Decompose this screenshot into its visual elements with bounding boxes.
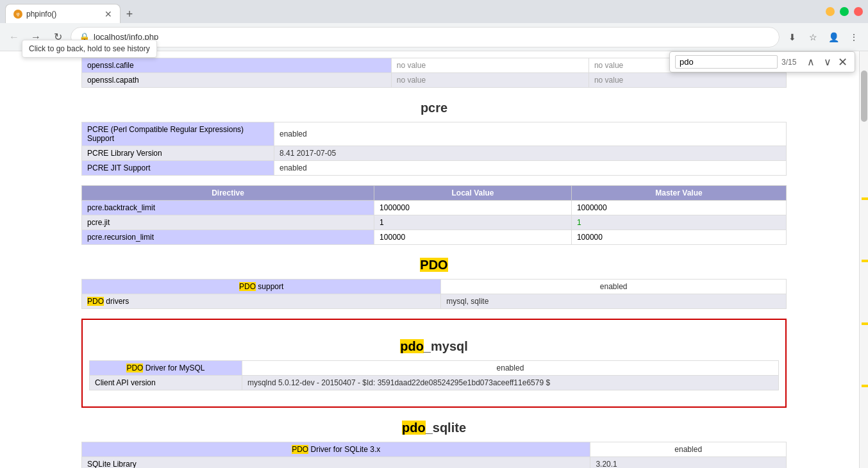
pcre-directive-table: Directive Local Value Master Value pcre.… — [81, 185, 787, 245]
cell-local: no value — [391, 73, 588, 88]
scroll-marker-4 — [862, 385, 868, 387]
close-window-button[interactable] — [854, 7, 863, 16]
col-local: Local Value — [374, 186, 572, 201]
download-button[interactable]: ⬇ — [783, 28, 801, 46]
pdo-info-table: PDO support enabled PDO drivers mysql, s… — [81, 279, 787, 309]
cell-label: PCRE (Perl Compatible Regular Expression… — [82, 122, 274, 146]
scroll-marker-2 — [862, 260, 868, 262]
table-row: SQLite Library 3.20.1 — [82, 457, 787, 469]
table-row: PDO support enabled — [82, 280, 787, 294]
scroll-marker-1 — [862, 197, 868, 200]
table-row: openssl.capath no value no value — [82, 73, 787, 88]
pdo-mysql-table: PDO Driver for MySQL enabled Client API … — [89, 360, 779, 390]
find-count: 3/15 — [781, 58, 801, 67]
pdo-title: PDO — [81, 258, 787, 272]
cell-value: 3.20.1 — [590, 457, 787, 469]
scrollbar-thumb[interactable] — [861, 71, 867, 122]
cell-master: 100000 — [571, 230, 786, 245]
cell-name: pcre.recursion_limit — [82, 230, 374, 245]
cell-master: no value — [588, 73, 786, 88]
cell-label: PDO Driver for SQLite 3.x — [82, 442, 590, 457]
table-row: PCRE JIT Support enabled — [82, 161, 787, 176]
table-header-row: Directive Local Value Master Value — [82, 186, 787, 201]
cell-master: 1000000 — [571, 201, 786, 215]
pdo-mysql-highlight: pdo — [400, 339, 424, 353]
cell-value: enabled — [590, 442, 787, 457]
cell-label: PDO drivers — [82, 294, 441, 309]
cell-value: enabled — [441, 280, 787, 294]
cell-label: openssl.capath — [82, 73, 392, 88]
pdo-mysql-section: pdo_mysql PDO Driver for MySQL enabled C… — [81, 319, 787, 408]
back-button[interactable]: ← — [5, 28, 23, 46]
tab-favicon: φ — [13, 10, 22, 19]
table-row: pcre.jit 1 1 — [82, 215, 787, 230]
pdo-sqlite-highlight: pdo — [402, 421, 426, 435]
cell-label: openssl.cafile — [82, 58, 392, 73]
new-tab-button[interactable]: + — [121, 5, 138, 23]
cell-local: 1000000 — [374, 201, 572, 215]
minimize-button[interactable] — [826, 7, 835, 16]
cell-label: Client API version — [90, 376, 242, 390]
page-content[interactable]: openssl.cafile no value no value openssl… — [0, 51, 868, 468]
toolbar-right: ⬇ ☆ 👤 ⋮ — [783, 28, 863, 46]
tab-close-button[interactable]: ✕ — [104, 10, 112, 19]
restore-button[interactable] — [840, 7, 849, 16]
cell-value: enabled — [274, 122, 787, 146]
cell-label: PCRE Library Version — [82, 146, 274, 161]
cell-local: no value — [391, 58, 588, 73]
table-row: pcre.backtrack_limit 1000000 1000000 — [82, 201, 787, 215]
col-directive: Directive — [82, 186, 374, 201]
address-bar[interactable]: 🔒 localhost/info.php — [71, 27, 780, 47]
find-close-button[interactable]: ✕ — [838, 55, 847, 69]
cell-value: enabled — [242, 361, 778, 376]
col-master: Master Value — [571, 186, 786, 201]
cell-label: SQLite Library — [82, 457, 590, 469]
table-row: PCRE (Perl Compatible Regular Expression… — [82, 122, 787, 146]
cell-value: mysqlnd 5.0.12-dev - 20150407 - $Id: 359… — [242, 376, 778, 390]
table-row: PDO Driver for MySQL enabled — [90, 361, 779, 376]
cell-value: mysql, sqlite — [441, 294, 787, 309]
find-next-button[interactable]: ∨ — [821, 54, 834, 69]
find-bar: 3/15 ∧ ∨ ✕ — [669, 51, 855, 72]
pdo-mysql-title: pdo_mysql — [89, 339, 779, 354]
pdo-label-highlight: PDO — [239, 282, 256, 291]
cell-value: enabled — [274, 161, 787, 176]
active-tab[interactable]: φ phpinfo() ✕ — [5, 4, 121, 23]
bookmark-button[interactable]: ☆ — [804, 28, 822, 46]
pdo-sqlite-table: PDO Driver for SQLite 3.x enabled SQLite… — [81, 442, 787, 468]
pdo-label-highlight2: PDO — [87, 297, 104, 306]
cell-label: PDO support — [82, 280, 441, 294]
menu-button[interactable]: ⋮ — [845, 28, 863, 46]
scroll-marker-3 — [862, 322, 868, 325]
pcre-title: pcre — [81, 101, 787, 115]
pdo-mysql-label-highlight: PDO — [126, 364, 143, 372]
cell-label: PDO Driver for MySQL — [90, 361, 242, 376]
cell-local: 100000 — [374, 230, 572, 245]
tab-title: phpinfo() — [26, 10, 56, 19]
cell-name: pcre.backtrack_limit — [82, 201, 374, 215]
cell-master: 1 — [571, 215, 786, 230]
page-inner: openssl.cafile no value no value openssl… — [69, 51, 799, 468]
find-prev-button[interactable]: ∧ — [805, 54, 817, 69]
cell-local: 1 — [374, 215, 572, 230]
table-row: pcre.recursion_limit 100000 100000 — [82, 230, 787, 245]
table-row: Client API version mysqlnd 5.0.12-dev - … — [90, 376, 779, 390]
browser-window: φ phpinfo() ✕ + ← → ↻ 🔒 localhost/info.p… — [0, 0, 868, 468]
pcre-info-table: PCRE (Perl Compatible Regular Expression… — [81, 122, 787, 176]
table-row: PCRE Library Version 8.41 2017-07-05 — [82, 146, 787, 161]
scrollbar-track[interactable] — [859, 51, 868, 468]
back-tooltip: Click to go back, hold to see history — [22, 40, 157, 58]
title-bar: φ phpinfo() ✕ + — [0, 0, 868, 23]
table-row: PDO drivers mysql, sqlite — [82, 294, 787, 309]
pdo-sqlite-label-highlight: PDO — [292, 445, 308, 454]
pdo-sqlite-title: pdo_sqlite — [81, 421, 787, 435]
cell-value: 8.41 2017-07-05 — [274, 146, 787, 161]
tab-bar: φ phpinfo() ✕ + — [5, 0, 138, 23]
table-row: PDO Driver for SQLite 3.x enabled — [82, 442, 787, 457]
cell-name: pcre.jit — [82, 215, 374, 230]
cell-label: PCRE JIT Support — [82, 161, 274, 176]
find-input[interactable] — [675, 55, 778, 69]
account-button[interactable]: 👤 — [824, 28, 842, 46]
pdo-highlight: PDO — [420, 258, 447, 272]
